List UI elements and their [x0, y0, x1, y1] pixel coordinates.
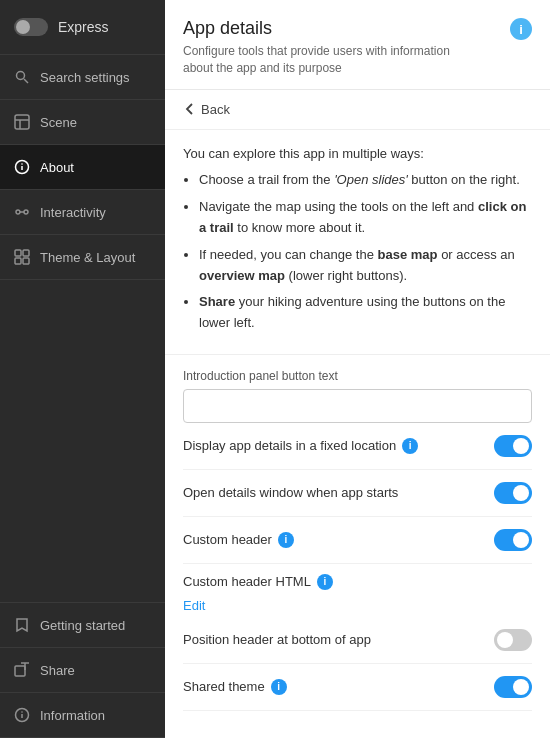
intro-panel-input[interactable] [183, 389, 532, 423]
display-fixed-info-icon[interactable]: i [402, 438, 418, 454]
main-header-text: App details Configure tools that provide… [183, 18, 483, 77]
open-on-start-toggle[interactable] [494, 482, 532, 504]
shared-theme-row: Shared theme i [183, 664, 532, 711]
custom-header-info-icon[interactable]: i [278, 532, 294, 548]
shared-theme-label: Shared theme i [183, 679, 287, 695]
sidebar-item-share[interactable]: Share [0, 648, 165, 693]
sidebar-item-about[interactable]: About [0, 145, 165, 190]
sidebar-item-information-label: Information [40, 708, 105, 723]
sidebar-item-theme-label: Theme & Layout [40, 250, 135, 265]
open-on-start-text: Open details window when app starts [183, 485, 398, 500]
open-on-start-row: Open details window when app starts [183, 470, 532, 517]
display-fixed-toggle[interactable] [494, 435, 532, 457]
display-fixed-label: Display app details in a fixed location … [183, 438, 418, 454]
custom-header-label: Custom header i [183, 532, 294, 548]
svg-rect-12 [23, 250, 29, 256]
base-map-text: base map [378, 247, 438, 262]
svg-rect-14 [23, 258, 29, 264]
back-label: Back [201, 102, 230, 117]
description-item-4: Share your hiking adventure using the bu… [199, 292, 532, 334]
click-trail-text: click on a trail [199, 199, 526, 235]
description-item-1: Choose a trail from the 'Open slides' bu… [199, 170, 532, 191]
share-icon [14, 662, 30, 678]
shared-theme-info-icon[interactable]: i [271, 679, 287, 695]
main-header: App details Configure tools that provide… [165, 0, 550, 90]
custom-header-html-text: Custom header HTML [183, 574, 311, 589]
description-intro: You can explore this app in multiple way… [183, 146, 424, 161]
interactivity-icon [14, 204, 30, 220]
theme-icon [14, 249, 30, 265]
position-header-row: Position header at bottom of app [183, 617, 532, 664]
edit-link[interactable]: Edit [183, 590, 205, 617]
page-description: Configure tools that provide users with … [183, 43, 483, 77]
sidebar-item-getting-started[interactable]: Getting started [0, 603, 165, 648]
description-item-3: If needed, you can change the base map o… [199, 245, 532, 287]
main-panel: App details Configure tools that provide… [165, 0, 550, 738]
sidebar-item-information[interactable]: Information [0, 693, 165, 738]
custom-header-row: Custom header i [183, 517, 532, 564]
information-icon [14, 707, 30, 723]
sidebar-item-search[interactable]: Search settings [0, 55, 165, 100]
sidebar-item-share-label: Share [40, 663, 75, 678]
svg-line-1 [24, 79, 28, 83]
svg-rect-13 [15, 258, 21, 264]
sidebar-item-theme[interactable]: Theme & Layout [0, 235, 165, 280]
express-label: Express [58, 19, 109, 35]
overview-map-text: overview map [199, 268, 285, 283]
open-slides-text: 'Open slides' [334, 172, 408, 187]
about-icon [14, 159, 30, 175]
svg-point-7 [21, 163, 23, 165]
shared-theme-toggle[interactable] [494, 676, 532, 698]
sidebar-item-getting-started-label: Getting started [40, 618, 125, 633]
sidebar-item-scene[interactable]: Scene [0, 100, 165, 145]
settings-section: Introduction panel button text Display a… [165, 369, 550, 711]
custom-header-html-info-icon[interactable]: i [317, 574, 333, 590]
custom-header-text: Custom header [183, 532, 272, 547]
sidebar: Express Search settings Scene About [0, 0, 165, 738]
intro-panel-label: Introduction panel button text [183, 369, 532, 383]
description-list: Choose a trail from the 'Open slides' bu… [199, 170, 532, 334]
getting-started-icon [14, 617, 30, 633]
custom-header-html-row: Custom header HTML i [183, 564, 532, 590]
svg-rect-15 [15, 666, 25, 676]
svg-rect-11 [15, 250, 21, 256]
sidebar-item-about-label: About [40, 160, 74, 175]
express-toggle[interactable]: Express [0, 0, 165, 55]
sidebar-item-scene-label: Scene [40, 115, 77, 130]
header-info-icon[interactable]: i [510, 18, 532, 40]
sidebar-bottom: Getting started Share Information [0, 602, 165, 738]
open-on-start-label: Open details window when app starts [183, 485, 398, 500]
svg-point-0 [17, 72, 25, 80]
svg-point-19 [21, 711, 23, 713]
display-fixed-row: Display app details in a fixed location … [183, 423, 532, 470]
main-content: Back You can explore this app in multipl… [165, 90, 550, 738]
shared-theme-text: Shared theme [183, 679, 265, 694]
position-header-text: Position header at bottom of app [183, 632, 371, 647]
description-item-2: Navigate the map using the tools on the … [199, 197, 532, 239]
svg-rect-2 [15, 115, 29, 129]
sidebar-item-interactivity-label: Interactivity [40, 205, 106, 220]
page-title: App details [183, 18, 483, 39]
position-header-toggle[interactable] [494, 629, 532, 651]
express-toggle-switch[interactable] [14, 18, 48, 36]
description-section: You can explore this app in multiple way… [165, 130, 550, 355]
search-icon [14, 69, 30, 85]
back-chevron-icon [183, 102, 197, 116]
sidebar-item-search-label: Search settings [40, 70, 130, 85]
position-header-label: Position header at bottom of app [183, 632, 371, 647]
back-button[interactable]: Back [165, 90, 550, 130]
svg-point-9 [24, 210, 28, 214]
custom-header-toggle[interactable] [494, 529, 532, 551]
share-text: Share [199, 294, 235, 309]
display-fixed-text: Display app details in a fixed location [183, 438, 396, 453]
scene-icon [14, 114, 30, 130]
sidebar-item-interactivity[interactable]: Interactivity [0, 190, 165, 235]
svg-point-8 [16, 210, 20, 214]
